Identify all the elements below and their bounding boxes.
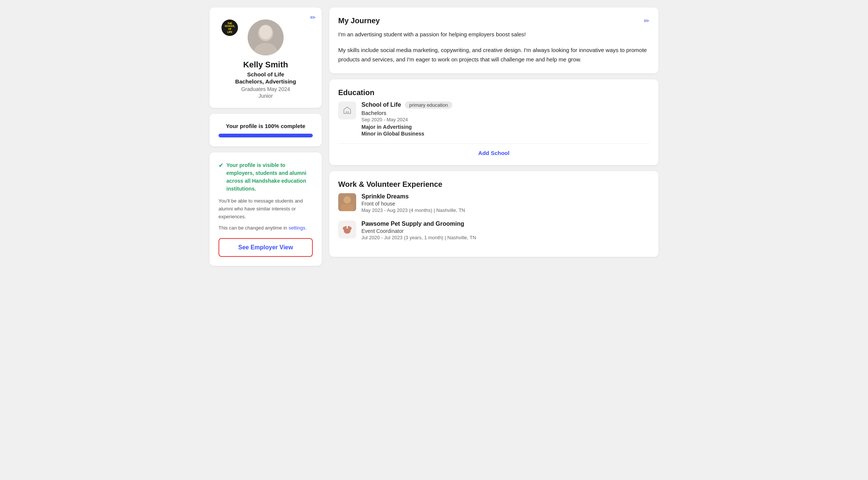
pawsome-icon xyxy=(338,221,356,239)
visibility-card: ✔ Your profile is visible to employers, … xyxy=(210,152,322,266)
profile-year: Junior xyxy=(259,93,273,99)
pawsome-dates: Jul 2020 - Jul 2023 (3 years, 1 month) |… xyxy=(361,235,650,240)
education-title: Education xyxy=(338,88,375,97)
work-item-sprinkle: Sprinkle Dreams Front of house May 2023 … xyxy=(338,193,650,213)
visibility-description: You'll be able to message students and a… xyxy=(218,197,313,221)
education-card: Education School of Life primary educati… xyxy=(329,79,658,165)
svg-point-3 xyxy=(259,25,272,39)
progress-bar-fill xyxy=(218,134,313,137)
profile-graduation: Graduates May 2024 xyxy=(241,86,290,92)
sprinkle-dreams-info: Sprinkle Dreams Front of house May 2023 … xyxy=(361,193,650,213)
sprinkle-dreams-dates: May 2023 - Aug 2023 (4 months) | Nashvil… xyxy=(361,207,650,213)
major-label: Major in xyxy=(361,124,382,130)
minor-label: Minor in xyxy=(361,131,382,137)
progress-card: Your profile is 100% complete xyxy=(210,114,322,146)
visibility-status-text: Your profile is visible to employers, st… xyxy=(226,161,313,193)
profile-edit-icon[interactable]: ✏ xyxy=(310,13,316,22)
sprinkle-dreams-icon xyxy=(338,193,356,211)
education-icon xyxy=(338,101,356,119)
sprinkle-dreams-name: Sprinkle Dreams xyxy=(361,193,650,200)
pawsome-name: Pawsome Pet Supply and Grooming xyxy=(361,221,650,227)
see-employer-button[interactable]: See Employer View xyxy=(218,238,313,257)
work-card: Work & Volunteer Experience Sprinkle Dre… xyxy=(329,171,658,257)
avatar xyxy=(248,19,284,55)
work-item-pawsome: Pawsome Pet Supply and Grooming Event Co… xyxy=(338,221,650,240)
education-badge: primary education xyxy=(405,101,452,109)
profile-name: Kelly Smith xyxy=(243,60,288,70)
education-major: Major in Advertising xyxy=(361,124,650,130)
journey-para1: I'm an advertising student with a passio… xyxy=(338,30,650,39)
minor-value: Global Business xyxy=(383,131,424,137)
school-logo: THESCHOOLOFLIFE xyxy=(221,19,238,36)
education-degree: Bachelors xyxy=(361,110,650,116)
pawsome-role: Event Coordinator xyxy=(361,228,650,234)
journey-title: My Journey xyxy=(338,16,380,25)
svg-point-12 xyxy=(345,226,347,228)
education-school-name: School of Life xyxy=(361,101,401,108)
svg-rect-4 xyxy=(346,111,347,113)
education-name-row: School of Life primary education xyxy=(361,101,650,109)
progress-label: Your profile is 100% complete xyxy=(218,123,313,129)
major-value: Advertising xyxy=(383,124,412,130)
journey-para2: My skills include social media marketing… xyxy=(338,45,650,64)
settings-link[interactable]: settings. xyxy=(288,225,306,231)
work-title: Work & Volunteer Experience xyxy=(338,180,442,189)
visibility-status: ✔ Your profile is visible to employers, … xyxy=(218,161,313,193)
education-minor: Minor in Global Business xyxy=(361,131,650,137)
pawsome-info: Pawsome Pet Supply and Grooming Event Co… xyxy=(361,221,650,240)
check-circle-icon: ✔ xyxy=(218,162,223,169)
education-item: School of Life primary education Bachelo… xyxy=(338,101,650,137)
journey-card: My Journey ✏ I'm an advertising student … xyxy=(329,7,658,73)
svg-rect-5 xyxy=(348,111,349,113)
education-info: School of Life primary education Bachelo… xyxy=(361,101,650,137)
work-header: Work & Volunteer Experience xyxy=(338,180,650,189)
sprinkle-dreams-role: Front of house xyxy=(361,201,650,207)
profile-school: School of Life xyxy=(247,71,284,78)
education-header: Education xyxy=(338,88,650,97)
svg-rect-8 xyxy=(341,204,353,211)
journey-edit-icon[interactable]: ✏ xyxy=(644,17,650,25)
journey-text: I'm an advertising student with a passio… xyxy=(338,30,650,64)
education-dates: Sep 2020 - May 2024 xyxy=(361,117,650,122)
svg-point-7 xyxy=(343,196,351,204)
progress-bar xyxy=(218,134,313,137)
add-school-button[interactable]: Add School xyxy=(338,143,650,156)
visibility-settings-note: This can be changed anytime in settings. xyxy=(218,225,313,231)
profile-degree: Bachelors, Advertising xyxy=(235,78,296,85)
svg-point-13 xyxy=(348,226,350,228)
profile-card: THESCHOOLOFLIFE ✏ Kelly Smith School of … xyxy=(210,7,322,108)
journey-header: My Journey ✏ xyxy=(338,16,650,25)
